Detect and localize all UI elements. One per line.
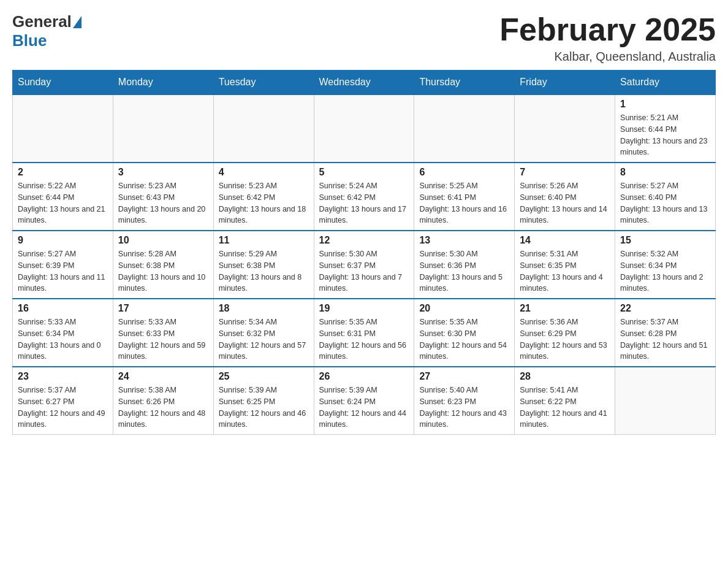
day-number: 14 xyxy=(520,235,610,246)
calendar-cell: 23Sunrise: 5:37 AMSunset: 6:27 PMDayligh… xyxy=(13,367,113,435)
day-number: 9 xyxy=(18,235,108,246)
day-number: 26 xyxy=(319,371,409,382)
day-info: Sunrise: 5:27 AMSunset: 6:40 PMDaylight:… xyxy=(620,180,710,226)
calendar-week-row: 9Sunrise: 5:27 AMSunset: 6:39 PMDaylight… xyxy=(13,231,716,299)
calendar-cell: 26Sunrise: 5:39 AMSunset: 6:24 PMDayligh… xyxy=(314,367,414,435)
day-number: 28 xyxy=(520,371,610,382)
day-number: 20 xyxy=(419,303,509,314)
weekday-header-thursday: Thursday xyxy=(414,71,515,95)
day-number: 23 xyxy=(18,371,108,382)
day-info: Sunrise: 5:22 AMSunset: 6:44 PMDaylight:… xyxy=(18,180,108,226)
day-info: Sunrise: 5:37 AMSunset: 6:27 PMDaylight:… xyxy=(18,385,108,431)
calendar-cell xyxy=(414,94,515,163)
day-number: 19 xyxy=(319,303,409,314)
day-number: 2 xyxy=(18,167,108,178)
calendar-cell: 21Sunrise: 5:36 AMSunset: 6:29 PMDayligh… xyxy=(515,299,615,367)
calendar-cell: 14Sunrise: 5:31 AMSunset: 6:35 PMDayligh… xyxy=(515,231,615,299)
calendar-cell: 7Sunrise: 5:26 AMSunset: 6:40 PMDaylight… xyxy=(515,163,615,231)
calendar-cell: 27Sunrise: 5:40 AMSunset: 6:23 PMDayligh… xyxy=(414,367,515,435)
day-number: 7 xyxy=(520,167,610,178)
calendar-cell: 15Sunrise: 5:32 AMSunset: 6:34 PMDayligh… xyxy=(615,231,716,299)
day-info: Sunrise: 5:33 AMSunset: 6:33 PMDaylight:… xyxy=(118,316,208,362)
day-number: 10 xyxy=(118,235,208,246)
day-number: 27 xyxy=(419,371,509,382)
day-number: 12 xyxy=(319,235,409,246)
logo-blue-text: Blue xyxy=(12,31,47,50)
calendar-week-row: 2Sunrise: 5:22 AMSunset: 6:44 PMDaylight… xyxy=(13,163,716,231)
calendar-cell xyxy=(314,94,414,163)
page-header: General Blue February 2025 Kalbar, Queen… xyxy=(12,12,716,64)
calendar-cell: 19Sunrise: 5:35 AMSunset: 6:31 PMDayligh… xyxy=(314,299,414,367)
day-number: 11 xyxy=(219,235,309,246)
month-title: February 2025 xyxy=(499,12,716,47)
calendar-cell xyxy=(113,94,213,163)
day-number: 21 xyxy=(520,303,610,314)
day-info: Sunrise: 5:23 AMSunset: 6:43 PMDaylight:… xyxy=(118,180,208,226)
day-number: 18 xyxy=(219,303,309,314)
weekday-header-tuesday: Tuesday xyxy=(213,71,314,95)
calendar-cell: 25Sunrise: 5:39 AMSunset: 6:25 PMDayligh… xyxy=(213,367,314,435)
day-info: Sunrise: 5:36 AMSunset: 6:29 PMDaylight:… xyxy=(520,316,610,362)
day-info: Sunrise: 5:30 AMSunset: 6:36 PMDaylight:… xyxy=(419,248,509,294)
day-number: 6 xyxy=(419,167,509,178)
day-info: Sunrise: 5:35 AMSunset: 6:31 PMDaylight:… xyxy=(319,316,409,362)
day-info: Sunrise: 5:23 AMSunset: 6:42 PMDaylight:… xyxy=(219,180,309,226)
day-number: 24 xyxy=(118,371,208,382)
day-info: Sunrise: 5:40 AMSunset: 6:23 PMDaylight:… xyxy=(419,385,509,431)
calendar-cell: 2Sunrise: 5:22 AMSunset: 6:44 PMDaylight… xyxy=(13,163,113,231)
day-number: 25 xyxy=(219,371,309,382)
calendar-cell: 6Sunrise: 5:25 AMSunset: 6:41 PMDaylight… xyxy=(414,163,515,231)
calendar-week-row: 1Sunrise: 5:21 AMSunset: 6:44 PMDaylight… xyxy=(13,94,716,163)
day-info: Sunrise: 5:35 AMSunset: 6:30 PMDaylight:… xyxy=(419,316,509,362)
day-number: 17 xyxy=(118,303,208,314)
day-number: 16 xyxy=(18,303,108,314)
calendar-cell: 13Sunrise: 5:30 AMSunset: 6:36 PMDayligh… xyxy=(414,231,515,299)
calendar-cell: 4Sunrise: 5:23 AMSunset: 6:42 PMDaylight… xyxy=(213,163,314,231)
day-info: Sunrise: 5:28 AMSunset: 6:38 PMDaylight:… xyxy=(118,248,208,294)
calendar-cell xyxy=(615,367,716,435)
calendar-cell xyxy=(515,94,615,163)
calendar-cell: 28Sunrise: 5:41 AMSunset: 6:22 PMDayligh… xyxy=(515,367,615,435)
calendar-cell: 18Sunrise: 5:34 AMSunset: 6:32 PMDayligh… xyxy=(213,299,314,367)
day-info: Sunrise: 5:41 AMSunset: 6:22 PMDaylight:… xyxy=(520,385,610,431)
day-info: Sunrise: 5:30 AMSunset: 6:37 PMDaylight:… xyxy=(319,248,409,294)
day-number: 13 xyxy=(419,235,509,246)
weekday-header-friday: Friday xyxy=(515,71,615,95)
day-number: 22 xyxy=(620,303,710,314)
calendar-cell xyxy=(13,94,113,163)
calendar-cell: 1Sunrise: 5:21 AMSunset: 6:44 PMDaylight… xyxy=(615,94,716,163)
calendar-cell: 22Sunrise: 5:37 AMSunset: 6:28 PMDayligh… xyxy=(615,299,716,367)
day-info: Sunrise: 5:24 AMSunset: 6:42 PMDaylight:… xyxy=(319,180,409,226)
day-info: Sunrise: 5:32 AMSunset: 6:34 PMDaylight:… xyxy=(620,248,710,294)
calendar-cell: 9Sunrise: 5:27 AMSunset: 6:39 PMDaylight… xyxy=(13,231,113,299)
day-info: Sunrise: 5:31 AMSunset: 6:35 PMDaylight:… xyxy=(520,248,610,294)
calendar-cell: 24Sunrise: 5:38 AMSunset: 6:26 PMDayligh… xyxy=(113,367,213,435)
day-number: 5 xyxy=(319,167,409,178)
logo-triangle-icon xyxy=(73,16,82,28)
calendar-cell: 5Sunrise: 5:24 AMSunset: 6:42 PMDaylight… xyxy=(314,163,414,231)
day-info: Sunrise: 5:39 AMSunset: 6:25 PMDaylight:… xyxy=(219,385,309,431)
day-info: Sunrise: 5:37 AMSunset: 6:28 PMDaylight:… xyxy=(620,316,710,362)
calendar-cell: 11Sunrise: 5:29 AMSunset: 6:38 PMDayligh… xyxy=(213,231,314,299)
day-info: Sunrise: 5:33 AMSunset: 6:34 PMDaylight:… xyxy=(18,316,108,362)
day-number: 8 xyxy=(620,167,710,178)
day-info: Sunrise: 5:38 AMSunset: 6:26 PMDaylight:… xyxy=(118,385,208,431)
day-info: Sunrise: 5:34 AMSunset: 6:32 PMDaylight:… xyxy=(219,316,309,362)
weekday-header-monday: Monday xyxy=(113,71,213,95)
calendar-cell: 16Sunrise: 5:33 AMSunset: 6:34 PMDayligh… xyxy=(13,299,113,367)
calendar-cell: 20Sunrise: 5:35 AMSunset: 6:30 PMDayligh… xyxy=(414,299,515,367)
day-info: Sunrise: 5:39 AMSunset: 6:24 PMDaylight:… xyxy=(319,385,409,431)
calendar-cell: 12Sunrise: 5:30 AMSunset: 6:37 PMDayligh… xyxy=(314,231,414,299)
calendar-week-row: 16Sunrise: 5:33 AMSunset: 6:34 PMDayligh… xyxy=(13,299,716,367)
day-info: Sunrise: 5:29 AMSunset: 6:38 PMDaylight:… xyxy=(219,248,309,294)
calendar-table: SundayMondayTuesdayWednesdayThursdayFrid… xyxy=(12,70,716,435)
day-number: 1 xyxy=(620,99,710,110)
day-info: Sunrise: 5:27 AMSunset: 6:39 PMDaylight:… xyxy=(18,248,108,294)
calendar-cell: 10Sunrise: 5:28 AMSunset: 6:38 PMDayligh… xyxy=(113,231,213,299)
day-info: Sunrise: 5:25 AMSunset: 6:41 PMDaylight:… xyxy=(419,180,509,226)
weekday-header-wednesday: Wednesday xyxy=(314,71,414,95)
logo: General Blue xyxy=(12,12,83,50)
title-section: February 2025 Kalbar, Queensland, Austra… xyxy=(499,12,716,64)
calendar-cell xyxy=(213,94,314,163)
day-info: Sunrise: 5:21 AMSunset: 6:44 PMDaylight:… xyxy=(620,112,710,158)
